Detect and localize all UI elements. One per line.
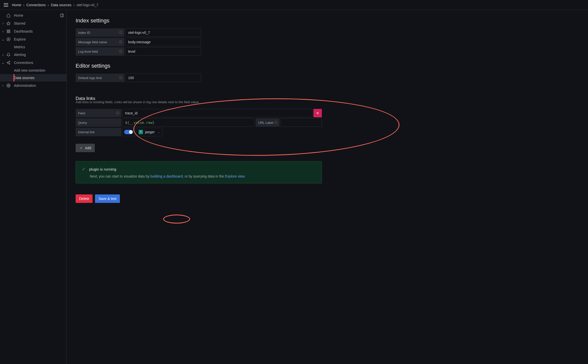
svg-rect-5 xyxy=(9,32,10,33)
chevron-right-icon: › xyxy=(48,3,49,7)
button-label: Save & test xyxy=(98,197,116,201)
share-icon xyxy=(6,61,11,65)
compass-icon xyxy=(6,37,11,41)
sidebar-item-label: Alerting xyxy=(14,53,26,57)
sidebar-item-label: Add new connection xyxy=(14,68,45,72)
check-icon: ✓ xyxy=(82,166,86,172)
sidebar-item-label: Data sources xyxy=(14,76,34,80)
field-label: Log level field ⓘ xyxy=(76,47,124,56)
save-and-test-button[interactable]: Save & test xyxy=(95,194,120,203)
message-field-input[interactable]: body.message xyxy=(125,38,201,46)
plugin-status-alert: ✓ plugin is running Next, you can start … xyxy=(76,161,322,183)
info-icon[interactable]: ⓘ xyxy=(274,120,278,125)
hamburger-menu-icon[interactable] xyxy=(3,2,9,8)
sidebar-item-home[interactable]: Home xyxy=(0,11,66,19)
alert-title: plugin is running xyxy=(89,167,116,171)
alert-body: Next, you can start to visualize data by… xyxy=(82,174,316,178)
sidebar-item-label: Starred xyxy=(14,21,25,25)
datasource-select[interactable]: 🔭 jaeger ⌄ xyxy=(136,128,162,136)
datalink-query-input[interactable]: ${__value.raw} xyxy=(122,118,255,127)
index-id-input[interactable]: otel-logs-v0_7 xyxy=(125,28,201,37)
svg-point-6 xyxy=(7,38,10,41)
sidebar-item-explore[interactable]: ⌄ Explore xyxy=(0,35,66,43)
jaeger-icon: 🔭 xyxy=(139,130,143,134)
section-subtext: Add links to existing fields. Links will… xyxy=(76,100,579,104)
field-label: Index ID ⓘ xyxy=(76,28,124,37)
info-icon[interactable]: ⓘ xyxy=(119,49,122,54)
sidebar-item-alerting[interactable]: › Alerting xyxy=(0,51,66,59)
sidebar-item-label: Dashboards xyxy=(14,29,33,33)
sidebar-item-starred[interactable]: › Starred xyxy=(0,19,66,27)
bell-icon xyxy=(6,53,11,57)
grid-icon xyxy=(6,29,11,33)
sidebar-item-label: Connections xyxy=(14,61,33,65)
delete-button[interactable]: Delete xyxy=(76,194,93,203)
field-label: URL Label ⓘ xyxy=(256,118,280,127)
svg-rect-3 xyxy=(9,30,10,31)
breadcrumb-item[interactable]: Data sources xyxy=(51,3,71,7)
datasource-name: jaeger xyxy=(145,130,155,134)
log-level-input[interactable]: level xyxy=(125,47,201,56)
info-icon[interactable]: ⓘ xyxy=(119,30,122,35)
chevron-down-icon: ⌄ xyxy=(1,37,4,41)
remove-datalink-button[interactable]: ✕ xyxy=(313,109,322,117)
datalink-field-input[interactable]: trace_id xyxy=(122,109,312,117)
sidebar-item-metrics[interactable]: Metrics xyxy=(0,43,66,51)
sidebar-item-label: Explore xyxy=(14,37,26,41)
add-datalink-button[interactable]: ＋ Add xyxy=(76,144,95,152)
chevron-right-icon: › xyxy=(1,84,4,88)
sidebar-item-label: Metrics xyxy=(14,45,25,49)
chevron-right-icon: › xyxy=(23,3,24,7)
svg-point-11 xyxy=(8,85,9,86)
breadcrumb-item[interactable]: Connections xyxy=(26,3,46,7)
chevron-down-icon: ⌄ xyxy=(1,61,4,65)
internal-link-toggle[interactable]: ✓ xyxy=(122,128,135,136)
field-label: Internal link xyxy=(76,128,121,136)
chevron-right-icon: › xyxy=(73,3,75,7)
link-explore-view[interactable]: Explore view xyxy=(225,174,245,178)
undock-icon[interactable] xyxy=(60,13,64,17)
plus-icon: ＋ xyxy=(79,146,83,150)
url-label-input[interactable] xyxy=(281,118,322,127)
link-build-dashboard[interactable]: building a dashboard xyxy=(150,174,183,178)
sidebar-item-label: Home xyxy=(14,13,23,17)
field-label: Default logs limit ⓘ xyxy=(76,74,124,82)
sidebar-item-administration[interactable]: › Administration xyxy=(0,82,66,90)
gear-icon xyxy=(6,84,11,88)
field-label: Field ⓘ xyxy=(76,109,121,117)
annotation-circle xyxy=(163,215,190,224)
svg-marker-7 xyxy=(8,39,9,40)
svg-point-8 xyxy=(9,61,10,62)
default-logs-limit-input[interactable]: 100 xyxy=(125,74,201,82)
svg-rect-4 xyxy=(7,32,8,33)
sidebar-item-label: Administration xyxy=(14,84,36,88)
svg-point-9 xyxy=(7,62,8,63)
chevron-right-icon: › xyxy=(1,21,4,25)
svg-marker-1 xyxy=(7,22,10,25)
sidebar-item-data-sources[interactable]: Data sources xyxy=(0,74,66,82)
section-title-index: Index settings xyxy=(76,17,579,24)
info-icon[interactable]: ⓘ xyxy=(116,111,119,115)
sidebar-item-dashboards[interactable]: › Dashboards xyxy=(0,27,66,35)
field-label: Query xyxy=(76,118,121,127)
breadcrumb: Home › Connections › Data sources › otel… xyxy=(12,3,98,7)
house-icon xyxy=(6,13,11,17)
info-icon[interactable]: ⓘ xyxy=(119,40,122,44)
breadcrumb-current: otel-logs-v0_7 xyxy=(77,3,98,7)
sidebar-item-connections[interactable]: ⌄ Connections xyxy=(0,59,66,67)
main-content: Index settings Index ID ⓘ otel-logs-v0_7… xyxy=(67,10,588,364)
info-icon[interactable]: ⓘ xyxy=(119,76,122,80)
section-title-editor: Editor settings xyxy=(76,63,579,69)
button-label: Delete xyxy=(79,197,89,201)
breadcrumb-item[interactable]: Home xyxy=(12,3,21,7)
star-icon xyxy=(6,21,11,25)
close-icon: ✕ xyxy=(316,111,319,115)
svg-point-10 xyxy=(9,63,10,64)
svg-rect-2 xyxy=(7,30,8,31)
sidebar-item-add-connection[interactable]: Add new connection xyxy=(0,67,66,74)
sidebar: Home › Starred › Dashboards ⌄ Explore xyxy=(0,10,67,364)
chevron-right-icon: › xyxy=(1,29,4,33)
button-label: Add xyxy=(85,146,91,150)
svg-rect-0 xyxy=(60,14,63,17)
chevron-right-icon: › xyxy=(1,53,4,57)
